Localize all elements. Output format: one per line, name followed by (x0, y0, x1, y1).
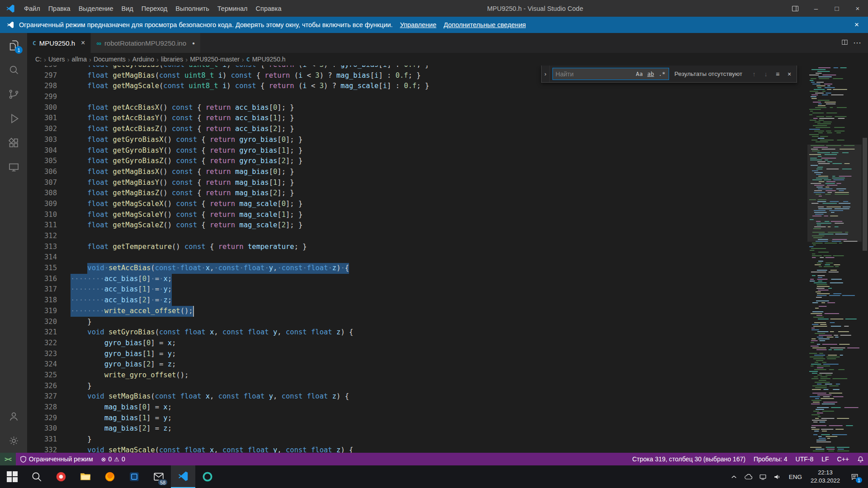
menu-selection[interactable]: Выделение (75, 0, 118, 17)
taskbar-mail-icon[interactable]: 58 (146, 465, 171, 488)
line-number[interactable]: 321 (27, 327, 71, 338)
code-line[interactable]: 324 gyro_bias[2] = z; (27, 359, 807, 370)
minimize-button[interactable]: – (806, 0, 826, 17)
eol-status[interactable]: LF (817, 453, 833, 465)
taskbar-app-blue-icon[interactable] (122, 465, 146, 488)
code-line[interactable]: 304 float getGyroBiasY() const { return … (27, 145, 807, 156)
line-number[interactable]: 317 (27, 284, 71, 295)
problems-status[interactable]: ⊗ 0 ⚠ 0 (97, 453, 129, 465)
volume-icon[interactable] (770, 465, 785, 488)
code-line[interactable]: 315 void·setAccBias(const·float·x,·const… (27, 263, 807, 274)
menu-edit[interactable]: Правка (44, 0, 75, 17)
whole-word-icon[interactable]: ab (646, 70, 656, 78)
start-button[interactable] (0, 465, 24, 488)
close-window-button[interactable]: × (847, 0, 868, 17)
code-line[interactable]: 331 } (27, 434, 807, 445)
onedrive-cloud-icon[interactable] (741, 465, 756, 488)
sidebar-item-extensions[interactable] (0, 131, 27, 155)
line-number[interactable]: 310 (27, 210, 71, 221)
code-line[interactable]: 318········acc_bias[2]·=·z; (27, 295, 807, 306)
network-icon[interactable] (756, 465, 770, 488)
cursor-position-status[interactable]: Строка 319, столбец 30 (выбрано 167) (628, 453, 749, 465)
line-number[interactable]: 318 (27, 295, 71, 306)
sidebar-item-source-control[interactable] (0, 82, 27, 106)
code-line[interactable]: 317········acc_bias[1]·=·y; (27, 284, 807, 295)
code-line[interactable]: 332 void setMagScale(const float x, cons… (27, 445, 807, 453)
find-input[interactable] (556, 70, 633, 78)
tab-robotrotation-ino[interactable]: ∞ robotRotationMPU9250.ino ● (91, 33, 201, 53)
line-number[interactable]: 329 (27, 413, 71, 424)
encoding-status[interactable]: UTF-8 (792, 453, 818, 465)
breadcrumb-item[interactable]: allma (72, 56, 87, 63)
line-number[interactable]: 313 (27, 242, 71, 253)
sidebar-item-explorer[interactable]: 1 (0, 33, 27, 57)
menu-file[interactable]: Файл (20, 0, 44, 17)
taskbar-firefox-icon[interactable] (98, 465, 122, 488)
line-number[interactable]: 299 (27, 92, 71, 103)
sidebar-item-remote-explorer[interactable] (0, 155, 27, 179)
layout-icon[interactable] (785, 0, 806, 17)
breadcrumb-file[interactable]: MPU9250.h (252, 56, 286, 63)
line-number[interactable]: 323 (27, 349, 71, 360)
regex-icon[interactable]: .* (657, 70, 667, 78)
banner-learn-more-link[interactable]: Дополнительные сведения (443, 21, 526, 28)
find-previous-icon[interactable]: ↑ (749, 69, 760, 80)
line-number[interactable]: 314 (27, 252, 71, 263)
line-number[interactable]: 322 (27, 338, 71, 349)
code-line[interactable]: 330 mag_bias[2] = z; (27, 423, 807, 434)
code-line[interactable]: 322 gyro_bias[0] = x; (27, 338, 807, 349)
code-line[interactable]: 313 float getTemperature() const { retur… (27, 242, 807, 253)
find-in-selection-icon[interactable]: ≡ (772, 69, 783, 80)
code-line[interactable]: 321 void setGyroBias(const float x, cons… (27, 327, 807, 338)
line-number[interactable]: 298 (27, 81, 71, 92)
tray-chevron-up-icon[interactable] (727, 465, 741, 488)
code-line[interactable]: 309 float getMagScaleX() const { return … (27, 199, 807, 210)
line-number[interactable]: 316 (27, 274, 71, 285)
line-number[interactable]: 325 (27, 370, 71, 381)
menu-help[interactable]: Справка (252, 0, 286, 17)
menu-terminal[interactable]: Терминал (213, 0, 252, 17)
code-line[interactable]: 307 float getMagBiasY() const { return m… (27, 178, 807, 188)
line-number[interactable]: 311 (27, 220, 71, 231)
line-number[interactable]: 315 (27, 263, 71, 274)
taskbar-vscode-icon[interactable] (171, 465, 195, 488)
account-icon[interactable] (0, 404, 27, 428)
find-next-icon[interactable]: ↓ (760, 69, 771, 80)
line-number[interactable]: 300 (27, 103, 71, 113)
modified-dot-icon[interactable]: ● (192, 41, 195, 46)
line-number[interactable]: 308 (27, 188, 71, 199)
minimap-slider[interactable] (807, 145, 862, 242)
line-number[interactable]: 312 (27, 231, 71, 242)
code-line[interactable]: 314 (27, 252, 807, 263)
scrollbar-thumb[interactable] (863, 138, 867, 251)
tab-close-icon[interactable]: × (81, 39, 85, 47)
line-number[interactable]: 319 (27, 306, 71, 317)
language-mode-status[interactable]: C++ (833, 453, 853, 465)
code-line[interactable]: 305 float getGyroBiasZ() const { return … (27, 156, 807, 167)
line-number[interactable]: 303 (27, 135, 71, 145)
code-line[interactable]: 329 mag_bias[1] = y; (27, 413, 807, 424)
code-line[interactable]: 301 float getAccBiasY() const { return a… (27, 113, 807, 124)
line-number[interactable]: 302 (27, 124, 71, 135)
line-number[interactable]: 307 (27, 178, 71, 188)
code-line[interactable]: 327 void setMagBias(const float x, const… (27, 391, 807, 402)
line-number[interactable]: 327 (27, 391, 71, 402)
restricted-mode-status[interactable]: Ограниченный режим (16, 453, 97, 465)
banner-close-icon[interactable]: × (850, 20, 863, 29)
code-line[interactable]: 320 } (27, 317, 807, 328)
banner-manage-link[interactable]: Управление (400, 21, 437, 28)
line-number[interactable]: 331 (27, 434, 71, 445)
code-line[interactable]: 306 float getMagBiasX() const { return m… (27, 167, 807, 178)
code-line[interactable]: 316········acc_bias[0]·=·x; (27, 274, 807, 285)
toggle-replace-chevron-icon[interactable]: › (542, 66, 550, 82)
indentation-status[interactable]: Пробелы: 4 (750, 453, 792, 465)
line-number[interactable]: 309 (27, 199, 71, 210)
breadcrumb-item[interactable]: Arduino (132, 56, 154, 63)
find-close-icon[interactable]: × (784, 69, 795, 80)
breadcrumb-item[interactable]: libraries (161, 56, 183, 63)
code-line[interactable]: 310 float getMagScaleY() const { return … (27, 210, 807, 221)
breadcrumb-item[interactable]: MPU9250-master (190, 56, 240, 63)
breadcrumb-item[interactable]: C: (35, 56, 42, 63)
code-line[interactable]: 311 float getMagScaleZ() const { return … (27, 220, 807, 231)
breadcrumb-item[interactable]: Documents (94, 56, 126, 63)
